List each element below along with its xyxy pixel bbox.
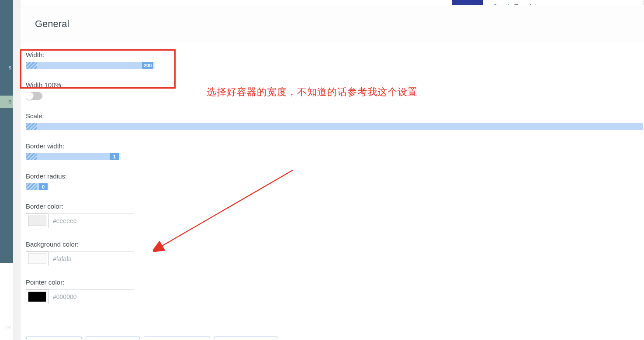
slider-fill: [37, 123, 643, 130]
annotation-text: 选择好容器的宽度，不知道的话参考我这个设置: [207, 86, 418, 99]
sidebar-item-active[interactable]: e: [0, 96, 13, 108]
sidebar: s e nel: [0, 0, 13, 263]
border-radius-label: Border radius:: [26, 172, 644, 180]
bottom-button-row: [26, 337, 277, 339]
scale-label: Scale:: [26, 112, 644, 120]
section-title: General: [21, 5, 644, 43]
top-primary-button-fragment[interactable]: [452, 0, 483, 5]
slider-min-zone: [26, 62, 37, 69]
vertical-scrollbar[interactable]: [13, 0, 21, 340]
ghost-button[interactable]: [86, 337, 140, 339]
border-color-input[interactable]: [48, 213, 134, 228]
slider-min-zone: [26, 183, 37, 190]
background-color-swatch[interactable]: [26, 251, 48, 266]
background-color-label: Background color:: [26, 240, 644, 248]
border-color-swatch[interactable]: [26, 213, 48, 228]
field-background-color: Background color:: [26, 240, 644, 266]
pointer-color-swatch[interactable]: [26, 289, 48, 304]
border-width-slider[interactable]: 1: [26, 153, 121, 160]
field-pointer-color: Pointer color:: [26, 278, 644, 304]
width-full-toggle[interactable]: [26, 92, 42, 100]
slider-handle[interactable]: 200: [142, 62, 153, 69]
border-color-label: Border color:: [26, 203, 644, 210]
slider-min-zone: [26, 153, 37, 160]
sidebar-item-partial[interactable]: nel: [4, 324, 11, 330]
field-border-width: Border width: 1: [26, 142, 644, 160]
toggle-knob: [26, 92, 34, 100]
pointer-color-label: Pointer color:: [26, 278, 644, 286]
pointer-color-input[interactable]: [48, 289, 134, 304]
main-panel: General Width: 200 Width 100%: Scale:: [21, 5, 644, 340]
border-width-label: Border width:: [26, 142, 644, 150]
width-slider[interactable]: 200: [26, 62, 155, 69]
color-preview: [28, 292, 46, 302]
slider-fill: [37, 153, 110, 160]
ghost-button[interactable]: [26, 337, 82, 339]
slider-handle[interactable]: 1: [110, 153, 119, 160]
border-radius-slider[interactable]: 0: [26, 183, 48, 190]
sidebar-item-partial[interactable]: s: [9, 65, 11, 71]
field-scale: Scale:: [26, 112, 644, 130]
color-preview: [28, 254, 46, 264]
ghost-button[interactable]: [214, 337, 277, 339]
slider-handle[interactable]: 0: [39, 183, 48, 190]
slider-min-zone: [26, 123, 37, 130]
slider-fill: [37, 62, 142, 69]
field-width: Width: 200: [26, 51, 644, 69]
scale-slider[interactable]: [26, 123, 643, 130]
ghost-button[interactable]: [144, 337, 210, 339]
color-preview: [28, 216, 46, 226]
field-border-color: Border color:: [26, 203, 644, 228]
field-border-radius: Border radius: 0: [26, 172, 644, 190]
width-label: Width:: [26, 51, 644, 58]
background-color-input[interactable]: [48, 251, 134, 266]
